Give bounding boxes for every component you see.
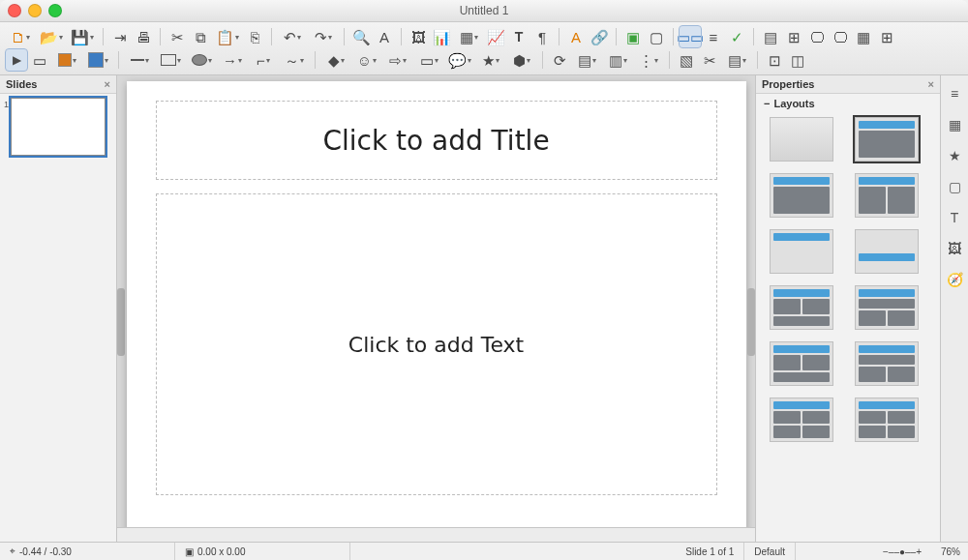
layout-six-content-b[interactable] <box>855 398 919 442</box>
copy-button[interactable]: ⧉ <box>190 26 211 47</box>
slide-transition-tab-icon[interactable]: ▦ <box>946 116 963 133</box>
arrange-button[interactable]: ▥▾ <box>603 49 632 71</box>
close-window-button[interactable] <box>8 4 21 17</box>
insert-text-button[interactable]: T <box>508 26 529 47</box>
right-panel-grab-handle[interactable] <box>747 288 755 356</box>
crop-button[interactable]: ✂ <box>699 49 720 71</box>
rect-icon <box>161 54 176 66</box>
layout-title-content-alt[interactable] <box>770 173 833 218</box>
insert-special-button[interactable]: ¶ <box>531 26 553 47</box>
toggle-extrusion-button[interactable]: ◫ <box>787 49 808 71</box>
find-button[interactable]: 🔍 <box>350 26 372 47</box>
redo-button[interactable]: ↷▾ <box>309 26 338 47</box>
save-button[interactable]: 💾▾ <box>68 26 97 47</box>
views-sorter-button[interactable]: ▦ <box>853 26 874 47</box>
present-current-button[interactable]: ▢ <box>646 26 667 47</box>
clone-button[interactable]: ⎘ <box>244 26 265 47</box>
title-placeholder[interactable]: Click to add Title <box>156 101 717 180</box>
properties-tab-icon[interactable]: ≡ <box>946 85 963 103</box>
curve-tool-button[interactable]: ～▾ <box>280 49 309 71</box>
slide-thumbnail-preview <box>11 98 106 156</box>
filter-button[interactable]: ▤▾ <box>722 49 751 71</box>
master-button[interactable]: ▤ <box>760 26 781 47</box>
print-button[interactable]: 🖶 <box>133 26 154 47</box>
insert-chart2-button[interactable]: 📈 <box>485 26 506 47</box>
zoom-slider[interactable]: −––●––+ <box>883 546 922 557</box>
layout-two-content-below[interactable] <box>770 341 833 386</box>
paste-button[interactable]: 📋▾ <box>213 26 242 47</box>
link-button[interactable]: 🔗 <box>589 26 610 47</box>
ellipse-tool-button[interactable]: ▾ <box>187 49 216 71</box>
fontwork-button[interactable]: A <box>565 26 587 47</box>
fill-color-button[interactable]: ▾ <box>83 49 112 71</box>
navigator-tab-icon[interactable]: 🧭 <box>946 271 963 288</box>
undo-button[interactable]: ↶▾ <box>278 26 307 47</box>
styles-tab-icon[interactable]: T <box>946 209 963 226</box>
zoom-window-button[interactable] <box>48 4 62 17</box>
layout-title-content[interactable] <box>855 117 919 162</box>
line-tool-button[interactable]: ▾ <box>125 49 154 71</box>
distribute-button[interactable]: ⋮▾ <box>634 49 663 71</box>
views-notes-button[interactable]: ✓ <box>726 26 747 47</box>
glue-button[interactable]: ⊡ <box>764 49 785 71</box>
layout-content-two-above[interactable] <box>855 285 919 330</box>
horizontal-scrollbar[interactable] <box>117 527 755 542</box>
slides-panel-close-icon[interactable]: × <box>105 78 110 90</box>
arrow-shapes-button[interactable]: ⇨▾ <box>383 49 412 71</box>
slide-thumbnail[interactable]: 1 <box>4 98 112 156</box>
slides-panel-title: Slides <box>6 78 37 90</box>
layout-title-only[interactable] <box>770 229 833 274</box>
insert-chart-button[interactable]: 📊 <box>431 26 452 47</box>
stars-button[interactable]: ★▾ <box>476 49 505 71</box>
line-color-button[interactable]: ▾ <box>52 49 81 71</box>
cut-button[interactable]: ✂ <box>166 26 188 47</box>
views-outline-button[interactable]: ≡ <box>703 26 724 47</box>
animation-tab-icon[interactable]: ★ <box>946 147 963 164</box>
extra-button[interactable]: ⊞ <box>876 26 897 47</box>
align-button[interactable]: ▤▾ <box>572 49 601 71</box>
views-normal-button[interactable]: ▭▭ <box>680 26 701 47</box>
layout-blank[interactable] <box>770 117 833 162</box>
rect-tool-button[interactable]: ▾ <box>156 49 185 71</box>
display2-button[interactable]: 🖵 <box>830 26 851 47</box>
callouts-button[interactable]: 💬▾ <box>445 49 474 71</box>
basic-shapes-button[interactable]: ◆▾ <box>321 49 350 71</box>
left-panel-grab-handle[interactable] <box>117 288 125 356</box>
layout-centered-text[interactable] <box>855 229 919 274</box>
layout-four-content[interactable] <box>855 341 919 386</box>
insert-image-button[interactable]: 🖼 <box>408 26 429 47</box>
master-tab-icon[interactable]: ▢ <box>946 178 963 195</box>
layout-two-content-above[interactable] <box>770 285 833 330</box>
gallery-tab-icon[interactable]: 🖼 <box>946 240 963 257</box>
pointer-icon: ▶ <box>13 54 21 66</box>
spell-button[interactable]: A <box>374 26 395 47</box>
dropdown-icon: ▾ <box>177 56 181 65</box>
conn-tool-button[interactable]: ⌐▾ <box>249 49 278 71</box>
toolbar-separator <box>753 28 754 45</box>
minimize-window-button[interactable] <box>28 4 42 17</box>
content-placeholder[interactable]: Click to add Text <box>156 193 717 495</box>
status-zoom[interactable]: 76% <box>941 546 960 557</box>
display-button[interactable]: 🖵 <box>806 26 828 47</box>
master-icon: ▤ <box>764 30 777 44</box>
export-button[interactable]: ⇥ <box>109 26 131 47</box>
flowchart-button[interactable]: ▭▾ <box>414 49 443 71</box>
slide-page[interactable]: Click to add Title Click to add Text <box>127 81 746 527</box>
layout-six-content-a[interactable] <box>770 398 833 442</box>
rotate-button[interactable]: ⟳ <box>549 49 570 71</box>
layout-title-two-content[interactable] <box>855 173 919 218</box>
pointer-button[interactable]: ▶ <box>6 49 27 71</box>
arrow-tool-button[interactable]: →▾ <box>218 49 247 71</box>
present-start-button[interactable]: ▣ <box>622 26 644 47</box>
symbol-shapes-button[interactable]: ☺▾ <box>352 49 381 71</box>
new-button[interactable]: 🗋▾ <box>6 26 35 47</box>
open-button[interactable]: 📂▾ <box>37 26 66 47</box>
properties-panel-close-icon[interactable]: × <box>928 78 934 90</box>
zoom-page-button[interactable]: ▭ <box>29 49 50 71</box>
insert-table-button[interactable]: ▦▾ <box>454 26 483 47</box>
handout-button[interactable]: ⊞ <box>783 26 804 47</box>
present-start-icon: ▣ <box>626 30 640 44</box>
3d-button[interactable]: ⬢▾ <box>507 49 536 71</box>
minus-icon[interactable]: − <box>764 98 770 109</box>
shadow-button[interactable]: ▧ <box>676 49 697 71</box>
